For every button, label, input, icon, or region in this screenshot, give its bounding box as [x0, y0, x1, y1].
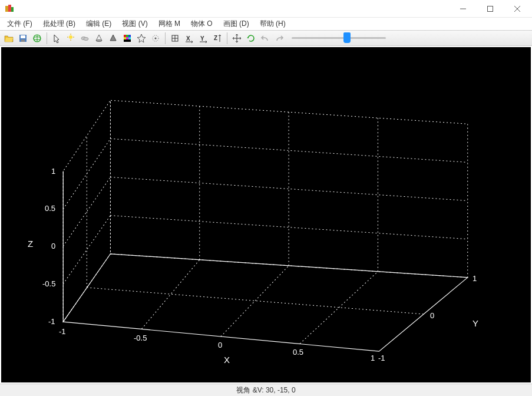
svg-rect-9 [21, 39, 25, 42]
canvas-area: -1 -0.5 0 0.5 1 Z -1 -0.5 0 0.5 1 X -1 0… [0, 46, 532, 384]
svg-rect-8 [21, 35, 25, 38]
plot-3d-surface[interactable]: -1 -0.5 0 0.5 1 Z -1 -0.5 0 0.5 1 X -1 0… [1, 47, 531, 382]
svg-line-50 [63, 216, 110, 284]
menu-object[interactable]: 物体 O [186, 18, 217, 30]
close-button[interactable] [504, 0, 531, 18]
settings-icon[interactable] [149, 32, 162, 45]
y-tick: 0 [430, 311, 434, 320]
box-icon[interactable] [168, 32, 181, 45]
statusbar: 视角 &V: 30, -15, 0 [0, 384, 532, 396]
z-tick: 0 [51, 242, 55, 250]
fog-icon[interactable] [78, 32, 91, 45]
x-axis-label: X [224, 355, 230, 365]
shade-icon[interactable] [107, 32, 120, 45]
plot-grid [1, 47, 531, 382]
y-tick: -1 [378, 354, 385, 362]
svg-point-19 [84, 37, 88, 40]
svg-text:Z: Z [214, 35, 217, 41]
svg-rect-1 [8, 5, 11, 12]
svg-text:X: X [186, 35, 190, 42]
svg-rect-21 [124, 35, 126, 37]
axis-x-icon[interactable]: X [183, 32, 196, 45]
toolbar-separator [165, 32, 166, 44]
star-icon[interactable] [135, 32, 148, 45]
globe-icon[interactable] [31, 32, 44, 45]
svg-rect-26 [128, 37, 131, 39]
undo-icon[interactable] [259, 32, 272, 45]
toolbar: X Y Z [0, 31, 532, 46]
status-view-angle: 视角 &V: 30, -15, 0 [236, 385, 295, 395]
titlebar [0, 0, 532, 18]
svg-point-13 [69, 35, 72, 39]
axis-z-icon[interactable]: Z [211, 32, 224, 45]
y-axis-label: Y [472, 318, 478, 328]
app-icon [5, 4, 14, 14]
axis-y-icon[interactable]: Y [197, 32, 210, 45]
x-tick: 1 [371, 354, 375, 362]
save-icon[interactable] [16, 32, 29, 45]
menu-help[interactable]: 帮助 (H) [255, 18, 290, 30]
window-controls [450, 0, 531, 18]
toolbar-separator [227, 32, 227, 44]
svg-rect-25 [126, 37, 128, 39]
svg-rect-0 [5, 6, 8, 12]
menu-view[interactable]: 视图 (V) [117, 18, 152, 30]
maximize-button[interactable] [477, 0, 504, 18]
svg-line-41 [221, 266, 289, 336]
cone-icon[interactable] [92, 32, 105, 45]
menu-file[interactable]: 文件 (F) [2, 18, 37, 30]
toolbar-separator [47, 32, 47, 44]
y-tick: 1 [472, 274, 477, 283]
svg-marker-36 [63, 254, 468, 351]
svg-rect-24 [124, 37, 126, 39]
x-tick: 0 [218, 341, 222, 349]
menu-draw[interactable]: 画图 (D) [219, 18, 254, 30]
menubar: 文件 (F) 批处理 (B) 编辑 (E) 视图 (V) 网格 M 物体 O 画… [0, 18, 532, 31]
svg-point-29 [155, 37, 157, 39]
z-tick: 0.5 [45, 204, 55, 213]
svg-rect-22 [126, 35, 128, 37]
x-tick: -0.5 [134, 334, 147, 342]
rotate-icon[interactable] [244, 32, 257, 45]
minimize-button[interactable] [450, 0, 477, 18]
svg-rect-4 [488, 6, 493, 11]
svg-rect-2 [11, 7, 14, 12]
open-icon[interactable] [2, 32, 15, 45]
palette-icon[interactable] [121, 32, 134, 45]
slider-thumb-icon[interactable] [343, 32, 351, 43]
svg-line-42 [300, 272, 378, 344]
cursor-icon[interactable] [50, 32, 63, 45]
z-axis-label: Z [28, 239, 33, 249]
x-tick: 0.5 [293, 348, 303, 357]
svg-rect-23 [128, 35, 131, 37]
menu-edit[interactable]: 编辑 (E) [81, 18, 116, 30]
x-tick: -1 [59, 327, 66, 336]
menu-batch[interactable]: 批处理 (B) [38, 18, 80, 30]
svg-text:Y: Y [200, 35, 204, 42]
z-tick: -1 [48, 317, 55, 326]
menu-grid[interactable]: 网格 M [154, 18, 185, 30]
svg-line-43 [87, 288, 423, 314]
move-icon[interactable] [230, 32, 243, 45]
svg-line-40 [142, 260, 200, 329]
z-tick: -0.5 [42, 279, 55, 288]
z-tick: 1 [51, 167, 55, 176]
svg-rect-27 [124, 39, 131, 42]
light-icon[interactable] [64, 32, 77, 45]
redo-icon[interactable] [273, 32, 286, 45]
toolbar-slider[interactable] [292, 32, 386, 45]
svg-marker-38 [63, 100, 110, 322]
